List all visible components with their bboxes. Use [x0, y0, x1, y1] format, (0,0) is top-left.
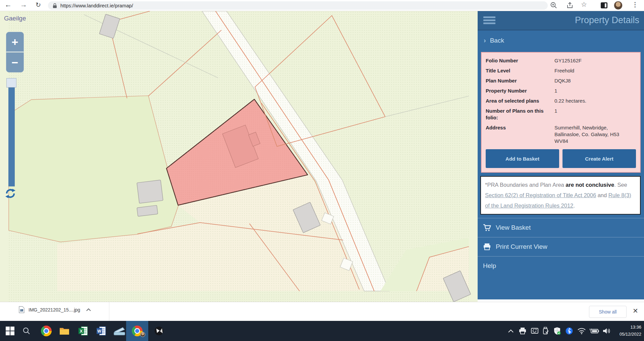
profile-avatar[interactable] — [614, 1, 623, 10]
detail-row: Number of Plans on this folio:1 — [486, 108, 636, 121]
zoom-slider-handle[interactable] — [6, 78, 16, 88]
chrome-icon — [132, 321, 143, 341]
print-current-view-button[interactable]: Print Current View — [478, 237, 644, 256]
zoom-in-button[interactable]: + — [6, 32, 24, 52]
create-alert-button[interactable]: Create Alert — [562, 149, 636, 168]
folio-details-card: Folio NumberGY125162F Title LevelFreehol… — [481, 52, 641, 173]
tray-usb-icon[interactable] — [541, 321, 551, 341]
taskbar-word-button[interactable]: W — [94, 321, 109, 341]
panel-header: Property Details — [478, 11, 644, 30]
chrome-profile-mini-avatar — [140, 332, 145, 337]
tray-security-shield-icon[interactable] — [551, 321, 563, 341]
detail-row: Title LevelFreehold — [486, 67, 636, 74]
disclaimer-box: *PRA Boundaries and Plan Area are not co… — [480, 176, 641, 215]
back-button[interactable]: › Back — [478, 30, 644, 50]
clock-date: 05/12/2022 — [611, 331, 641, 338]
tray-battery-icon[interactable] — [588, 321, 600, 341]
menu-hamburger-icon[interactable] — [483, 15, 495, 25]
url-text: https://www.landdirect.ie/pramap/ — [60, 3, 133, 8]
share-icon[interactable] — [566, 2, 574, 9]
browser-toolbar: ← → ↻ https://www.landdirect.ie/pramap/ … — [0, 0, 644, 11]
download-bar: IMG_20221202_15....jpg Show all ✕ — [0, 302, 644, 321]
start-button[interactable] — [3, 321, 17, 341]
tray-chevron-up-icon[interactable] — [506, 321, 516, 341]
tray-printer-icon[interactable] — [517, 321, 528, 341]
map-refresh-icon[interactable] — [5, 188, 16, 199]
browser-menu-icon[interactable]: ⋮ — [632, 1, 638, 8]
search-icon — [22, 327, 31, 335]
taskbar-search-button[interactable] — [19, 321, 34, 341]
divider — [109, 302, 109, 321]
show-all-button[interactable]: Show all — [589, 306, 627, 318]
tray-wifi-icon[interactable] — [576, 321, 588, 341]
map-viewport[interactable]: Gaeilge + − XY570441, 752125 Scale1 : 10… — [0, 11, 478, 302]
chrome-icon — [41, 326, 52, 336]
parcel-green-left — [9, 96, 178, 242]
act-2006-link[interactable]: Section 62(2) of Registration of Title A… — [485, 192, 596, 198]
taskbar-scanner-button[interactable] — [112, 321, 127, 341]
lock-icon — [53, 3, 57, 8]
view-basket-button[interactable]: View Basket — [478, 218, 644, 237]
tray-bluetooth-icon[interactable] — [564, 321, 574, 341]
zoom-slider-track[interactable] — [8, 88, 15, 186]
language-link[interactable]: Gaeilge — [4, 15, 26, 22]
tray-volume-icon[interactable] — [601, 321, 612, 341]
svg-text:X: X — [80, 329, 83, 334]
taskbar-clock[interactable]: 13:36 05/12/2022 — [611, 324, 641, 338]
scanner-icon — [113, 326, 125, 336]
detail-row: Plan NumberDQKJ8 — [486, 77, 636, 84]
bookmark-star-icon[interactable]: ☆ — [581, 0, 587, 8]
printer-icon — [483, 243, 492, 250]
cart-icon — [483, 224, 492, 231]
windows-taskbar: X W — [0, 321, 644, 341]
taskbar-chrome-button[interactable] — [39, 321, 54, 341]
zoom-page-icon[interactable] — [550, 2, 557, 9]
detail-row: Folio NumberGY125162F — [486, 57, 636, 64]
chevron-up-icon[interactable] — [86, 308, 91, 311]
land-parcel-map[interactable] — [0, 11, 478, 302]
svg-text:W: W — [97, 329, 101, 334]
side-panel-icon[interactable] — [600, 2, 608, 9]
detail-row: Property Number1 — [486, 88, 636, 94]
forward-icon[interactable]: → — [20, 1, 27, 9]
excel-icon: X — [78, 326, 88, 336]
zoom-out-button[interactable]: − — [6, 52, 24, 72]
property-details-panel: Property Details › Back Folio NumberGY12… — [478, 11, 644, 299]
taskbar-app-button[interactable] — [152, 321, 166, 341]
taskbar-file-explorer-button[interactable] — [57, 321, 72, 341]
detail-row: AddressSummerhill, Newbridge, Ballinaslo… — [486, 124, 636, 145]
address-bar[interactable]: https://www.landdirect.ie/pramap/ — [48, 1, 548, 10]
word-icon: W — [96, 326, 106, 336]
detail-row: Area of selected plans0.22 hectares. — [486, 98, 636, 104]
dark-app-icon — [154, 326, 164, 336]
panel-title: Property Details — [495, 15, 644, 25]
chevron-right-icon: › — [484, 37, 486, 44]
download-filename: IMG_20221202_15....jpg — [29, 307, 80, 312]
tray-wireless-display-icon[interactable] — [529, 321, 540, 341]
close-download-bar-icon[interactable]: ✕ — [633, 307, 638, 315]
clock-time: 13:36 — [611, 324, 641, 331]
downloaded-file-chip[interactable]: IMG_20221202_15....jpg — [19, 306, 91, 313]
taskbar-chrome-active-tile[interactable] — [126, 321, 148, 341]
help-button[interactable]: Help — [478, 256, 644, 275]
image-file-icon — [19, 306, 24, 313]
folder-icon — [59, 326, 70, 336]
add-to-basket-button[interactable]: Add to Basket — [486, 149, 559, 168]
screen: ← → ↻ https://www.landdirect.ie/pramap/ … — [0, 0, 644, 341]
taskbar-excel-button[interactable]: X — [76, 321, 91, 341]
reload-icon[interactable]: ↻ — [36, 1, 41, 9]
back-icon[interactable]: ← — [5, 1, 12, 9]
windows-logo-icon — [6, 327, 14, 335]
